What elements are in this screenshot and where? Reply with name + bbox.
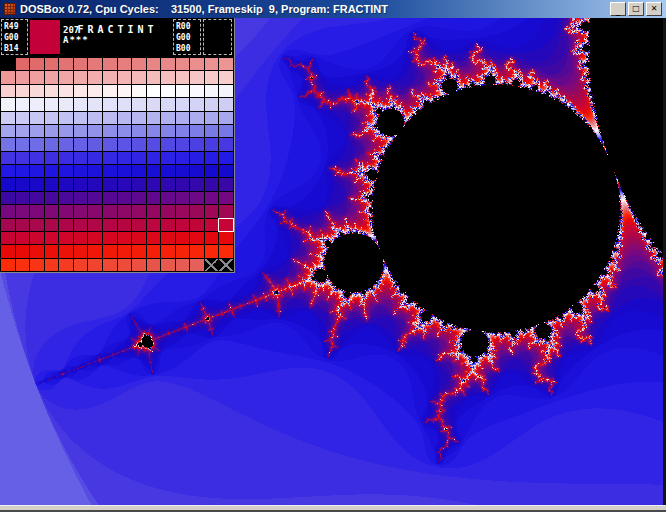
palette-cell[interactable] <box>103 192 117 204</box>
palette-cell[interactable] <box>205 112 219 124</box>
palette-cell[interactable] <box>1 112 15 124</box>
palette-cell[interactable] <box>176 245 190 257</box>
palette-cell[interactable] <box>132 178 146 190</box>
palette-cell[interactable] <box>1 178 15 190</box>
palette-cell[interactable] <box>74 58 88 70</box>
palette-cell[interactable] <box>161 71 175 83</box>
palette-cell[interactable] <box>74 152 88 164</box>
palette-cell[interactable] <box>118 152 132 164</box>
palette-cell[interactable] <box>74 192 88 204</box>
palette-cell[interactable] <box>45 152 59 164</box>
palette-cell[interactable] <box>59 178 73 190</box>
palette-cell[interactable] <box>16 178 30 190</box>
palette-cell[interactable] <box>59 165 73 177</box>
palette-cell[interactable] <box>205 125 219 137</box>
palette-cell[interactable] <box>132 85 146 97</box>
palette-cell[interactable] <box>132 232 146 244</box>
palette-cell[interactable] <box>74 98 88 110</box>
palette-cell[interactable] <box>88 259 102 271</box>
palette-cell[interactable] <box>219 178 233 190</box>
palette-cell[interactable] <box>147 112 161 124</box>
palette-cell[interactable] <box>16 259 30 271</box>
palette-cell[interactable] <box>16 192 30 204</box>
palette-cell[interactable] <box>205 245 219 257</box>
palette-cell[interactable] <box>45 165 59 177</box>
palette-cell[interactable] <box>16 245 30 257</box>
palette-cell[interactable] <box>30 178 44 190</box>
palette-cell[interactable] <box>45 259 59 271</box>
palette-cell[interactable] <box>74 112 88 124</box>
palette-cell[interactable] <box>190 152 204 164</box>
palette-cell[interactable] <box>190 71 204 83</box>
palette-cell[interactable] <box>74 219 88 231</box>
palette-cell[interactable] <box>74 232 88 244</box>
palette-cell[interactable] <box>132 192 146 204</box>
palette-cell[interactable] <box>59 138 73 150</box>
palette-cell[interactable] <box>219 125 233 137</box>
palette-cell[interactable] <box>147 138 161 150</box>
palette-cell[interactable] <box>103 85 117 97</box>
palette-cell[interactable] <box>59 259 73 271</box>
palette-cell[interactable] <box>205 85 219 97</box>
palette-cell[interactable] <box>147 85 161 97</box>
palette-cell[interactable] <box>103 232 117 244</box>
palette-cell[interactable] <box>103 152 117 164</box>
palette-cell[interactable] <box>190 138 204 150</box>
palette-cell[interactable] <box>190 125 204 137</box>
palette-cell[interactable] <box>1 259 15 271</box>
palette-cell[interactable] <box>74 178 88 190</box>
palette-cell[interactable] <box>59 152 73 164</box>
palette-cell[interactable] <box>190 259 204 271</box>
palette-cell[interactable] <box>16 232 30 244</box>
palette-cell[interactable] <box>16 58 30 70</box>
title-bar[interactable]: DOSBox 0.72, Cpu Cycles: 31500, Frameski… <box>0 0 666 18</box>
palette-cell[interactable] <box>103 138 117 150</box>
palette-cell[interactable] <box>74 205 88 217</box>
palette-cell[interactable] <box>59 232 73 244</box>
palette-cell[interactable] <box>176 259 190 271</box>
palette-cell[interactable] <box>118 245 132 257</box>
palette-cell[interactable] <box>30 71 44 83</box>
palette-cell[interactable] <box>45 85 59 97</box>
palette-cell[interactable] <box>103 98 117 110</box>
palette-cell[interactable] <box>30 125 44 137</box>
palette-cell[interactable] <box>30 98 44 110</box>
palette-cell[interactable] <box>219 98 233 110</box>
palette-cell[interactable] <box>147 259 161 271</box>
palette-cell[interactable] <box>1 245 15 257</box>
palette-cell[interactable] <box>176 71 190 83</box>
palette-cell[interactable] <box>219 192 233 204</box>
minimize-button[interactable]: _ <box>610 2 626 16</box>
palette-cell[interactable] <box>103 112 117 124</box>
palette-cell[interactable] <box>74 71 88 83</box>
palette-cell[interactable] <box>118 192 132 204</box>
palette-cell[interactable] <box>103 178 117 190</box>
palette-cell[interactable] <box>118 125 132 137</box>
palette-cell[interactable] <box>45 71 59 83</box>
palette-cell[interactable] <box>1 125 15 137</box>
palette-cell[interactable] <box>103 219 117 231</box>
palette-cell[interactable] <box>176 98 190 110</box>
palette-cell[interactable] <box>205 58 219 70</box>
palette-cell[interactable] <box>88 205 102 217</box>
palette-cell[interactable] <box>16 85 30 97</box>
palette-cell[interactable] <box>161 98 175 110</box>
palette-cell[interactable] <box>74 165 88 177</box>
palette-cell[interactable] <box>74 245 88 257</box>
palette-cell[interactable] <box>88 152 102 164</box>
palette-cell[interactable] <box>176 192 190 204</box>
palette-cell[interactable] <box>1 98 15 110</box>
palette-cell[interactable] <box>30 205 44 217</box>
palette-cell[interactable] <box>118 138 132 150</box>
palette-cell[interactable] <box>147 192 161 204</box>
palette-cell[interactable] <box>219 219 233 231</box>
close-button[interactable]: ✕ <box>646 2 662 16</box>
palette-cell[interactable] <box>59 112 73 124</box>
palette-cell[interactable] <box>205 259 219 271</box>
palette-cell[interactable] <box>88 71 102 83</box>
palette-cell[interactable] <box>30 85 44 97</box>
palette-cell[interactable] <box>161 178 175 190</box>
palette-cell[interactable] <box>88 85 102 97</box>
palette-cell[interactable] <box>74 138 88 150</box>
palette-cell[interactable] <box>161 232 175 244</box>
